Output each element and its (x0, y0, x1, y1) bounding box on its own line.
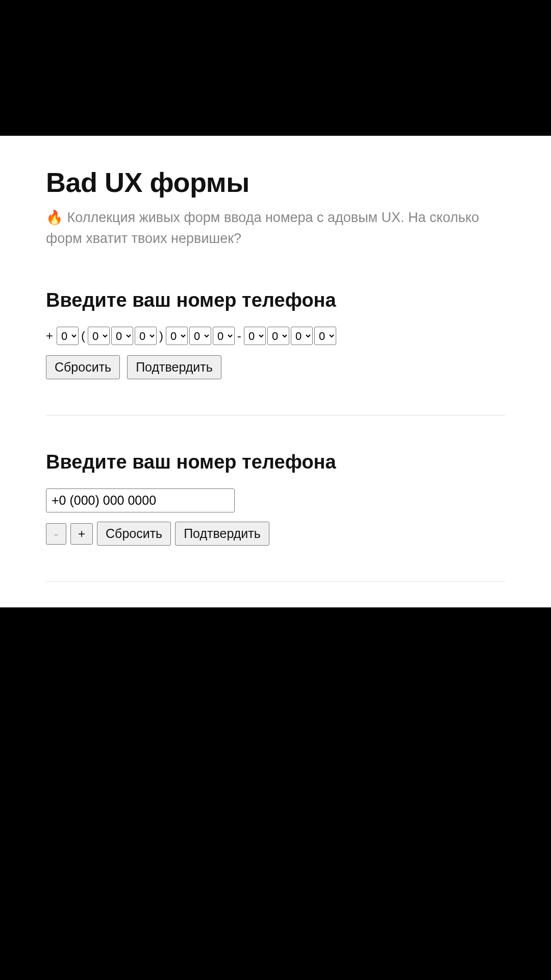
digit-select-3[interactable]: 0 (111, 327, 133, 345)
digit-select-10[interactable]: 0 (291, 327, 313, 345)
page-subtitle: 🔥 Коллекция живых форм ввода номера с ад… (46, 207, 505, 249)
page-title: Bad UX формы (46, 166, 505, 198)
digit-select-9[interactable]: 0 (267, 327, 289, 345)
form-section-dropdowns: Введите ваш номер телефона + 0 ( 0 0 0 )… (46, 289, 505, 415)
digit-select-4[interactable]: 0 (135, 327, 157, 345)
subtitle-text: Коллекция живых форм ввода номера с адов… (46, 210, 479, 246)
dash-separator: - (236, 329, 242, 343)
reset-button[interactable]: Сбросить (97, 522, 171, 546)
decrement-button[interactable]: - (46, 523, 66, 545)
digit-select-11[interactable]: 0 (314, 327, 336, 345)
digit-select-5[interactable]: 0 (166, 327, 188, 345)
fire-icon: 🔥 (46, 210, 63, 225)
phone-input[interactable] (46, 488, 235, 512)
digit-select-2[interactable]: 0 (88, 327, 110, 345)
digit-select-row: + 0 ( 0 0 0 ) 0 0 0 - 0 0 0 0 (46, 327, 505, 345)
paren-open: ( (80, 329, 86, 343)
button-row: Сбросить Подтвердить (46, 355, 505, 379)
reset-button[interactable]: Сбросить (46, 355, 120, 379)
form-heading: Введите ваш номер телефона (46, 451, 505, 473)
digit-select-1[interactable]: 0 (57, 327, 79, 345)
plus-prefix: + (46, 329, 53, 343)
paren-close: ) (158, 329, 164, 343)
digit-select-7[interactable]: 0 (213, 327, 235, 345)
confirm-button[interactable]: Подтвердить (175, 522, 269, 546)
form-heading: Введите ваш номер телефона (46, 289, 505, 311)
container: Bad UX формы 🔥 Коллекция живых форм ввод… (0, 136, 551, 607)
digit-select-6[interactable]: 0 (189, 327, 211, 345)
form-section-increment: Введите ваш номер телефона - + Сбросить … (46, 451, 505, 582)
button-row: - + Сбросить Подтвердить (46, 522, 505, 546)
confirm-button[interactable]: Подтвердить (127, 355, 221, 379)
content-area: Bad UX формы 🔥 Коллекция живых форм ввод… (0, 136, 551, 607)
increment-button[interactable]: + (70, 523, 93, 545)
digit-select-8[interactable]: 0 (244, 327, 266, 345)
